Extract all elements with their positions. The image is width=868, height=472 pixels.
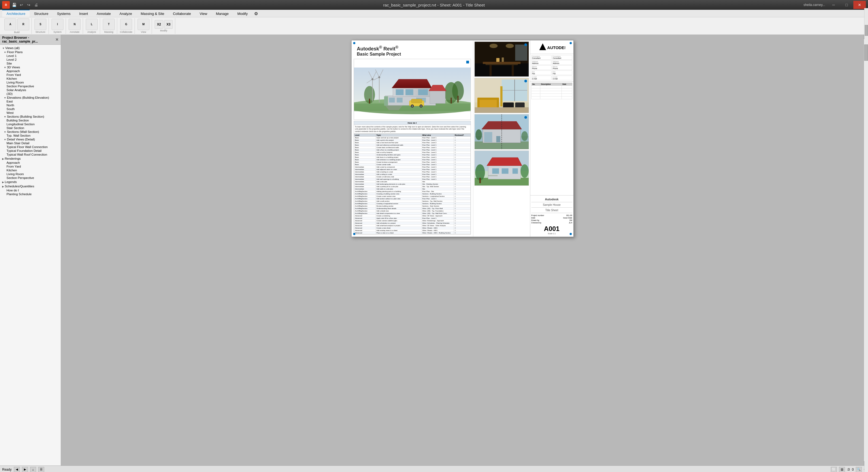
ribbon-door-btn[interactable]: R (18, 19, 29, 30)
tree-how-do-i[interactable]: How do I (0, 189, 61, 192)
tree-east[interactable]: East (0, 100, 61, 103)
tree-rendering-section-perspective[interactable]: Section Perspective (0, 176, 61, 180)
table-cell: Sections - Longitudinal Section (421, 195, 454, 198)
print-quick-btn[interactable]: 🖨 (33, 2, 39, 8)
tree-planting-schedule[interactable]: Planting Schedule (0, 192, 61, 196)
tree-detail-views[interactable]: Detail Views (Detail) (0, 137, 61, 141)
tb-address-val: Address Address (552, 60, 572, 65)
tree-south[interactable]: South (0, 107, 61, 111)
tree-kitchen[interactable]: Kitchen (0, 77, 61, 80)
tab-insert[interactable]: Insert (75, 10, 93, 17)
ribbon-collaborate-btn[interactable]: G (120, 19, 132, 30)
table-cell: Intermediate (354, 188, 375, 190)
ribbon-structure-btn[interactable]: S (34, 19, 46, 30)
ribbon-massing-btn[interactable]: T (103, 19, 115, 30)
undo-quick-btn[interactable]: ↩ (18, 2, 25, 8)
tree-stair-section[interactable]: Stair Section (0, 126, 61, 130)
scroll-track[interactable] (864, 39, 868, 461)
nav-next-btn[interactable]: ▶ (22, 467, 28, 472)
tree-level2[interactable]: Level 2 (0, 58, 61, 62)
autodesk-logo: AUTODESK (538, 42, 565, 52)
tab-architecture[interactable]: Architecture (2, 10, 30, 17)
tree-solar-analysis[interactable]: Solar Analysis (0, 88, 61, 92)
table-row: AdvancedAdd existing views to a sheetOth… (354, 229, 470, 232)
pb-close-btn[interactable]: ✕ (55, 37, 59, 42)
tree-floor-plans[interactable]: Floor Plans (0, 50, 61, 54)
tree-views-all[interactable]: Views (all) (0, 46, 61, 50)
maximize-button[interactable]: □ (840, 1, 853, 9)
ribbon-x3-btn[interactable]: X3 (164, 20, 173, 29)
tree-west[interactable]: West (0, 111, 61, 115)
tree-typical-floor-wall[interactable]: Typical Floor Wall Connection (0, 145, 61, 149)
tree-typical-foundation[interactable]: Typical Foundation Detail (0, 149, 61, 153)
tree-legends[interactable]: Legends (0, 180, 61, 184)
thumb-nav-dot-2[interactable] (524, 80, 527, 82)
right-scrollbar[interactable]: ▲ ▼ (864, 35, 868, 466)
tree-schedules[interactable]: Schedules/Quantities (0, 184, 61, 189)
nav-prev-btn[interactable]: ◀ (14, 467, 20, 472)
tb-drawn-label: Drawn by (531, 219, 539, 221)
table-cell: Basic (354, 154, 375, 156)
ribbon-view-btn[interactable]: M (137, 19, 150, 30)
tree-elevations[interactable]: Elevations (Building Elevation) (0, 96, 61, 100)
nav-home-btn[interactable]: ⌂ (30, 467, 36, 472)
tree-sections-wall[interactable]: Sections (Wall Section) (0, 130, 61, 134)
table-row: BasicAdd and reference architectural wal… (354, 144, 470, 146)
revision-table: No. Description Date (531, 83, 572, 99)
thumb-nav-dot-3[interactable] (524, 116, 527, 119)
svg-rect-78 (501, 168, 508, 174)
tree-north[interactable]: North (0, 103, 61, 107)
tree-typ-wall-section[interactable]: Typ. Wall Section (0, 134, 61, 137)
tree-rendering-kitchen[interactable]: Kitchen (0, 168, 61, 172)
tab-manage[interactable]: Manage (212, 10, 233, 17)
tab-view[interactable]: View (195, 10, 212, 17)
ribbon-analyze-btn[interactable]: L (86, 19, 98, 30)
tab-options[interactable]: ⚙ (252, 10, 260, 17)
view-detail-btn[interactable]: ⬜ (831, 467, 837, 472)
render-nav-dot[interactable] (466, 61, 469, 63)
tree-sections-building[interactable]: Sections (Building Section) (0, 115, 61, 119)
tab-collaborate[interactable]: Collaborate (168, 10, 195, 17)
table-cell: Basic (354, 146, 375, 149)
ribbon-x2-btn[interactable]: X2 (155, 20, 163, 29)
save-quick-btn[interactable]: 💾 (11, 2, 18, 8)
tab-massing-site[interactable]: Massing & Site (136, 10, 169, 17)
close-button[interactable]: ✕ (854, 1, 866, 9)
minimize-button[interactable]: ─ (827, 1, 840, 9)
tree-level1[interactable]: Level 1 (0, 54, 61, 58)
tree-site[interactable]: Site (0, 62, 61, 65)
tree-rendering-from-yard[interactable]: From Yard (0, 165, 61, 168)
tree-3d[interactable]: (3D) (0, 92, 61, 96)
tree-rendering-approach[interactable]: Approach (0, 161, 61, 165)
tree-living-room[interactable]: Living Room (0, 80, 61, 84)
ribbon-annotate-btn[interactable]: N (69, 19, 81, 30)
tree-main-stair-detail[interactable]: Main Stair Detail (0, 141, 61, 145)
tab-annotate[interactable]: Annotate (92, 10, 115, 17)
ribbon-group-analyze: L Analyze (84, 18, 100, 34)
tree-rendering-living-room[interactable]: Living Room (0, 172, 61, 176)
tree-3d-views[interactable]: 3D Views (0, 65, 61, 69)
rev-row-5 (531, 97, 572, 99)
canvas-area[interactable]: Autodesk® Revit® Basic Sample Project (61, 35, 864, 466)
tree-renderings[interactable]: Renderings (0, 157, 61, 161)
tree-building-section[interactable]: Building Section (0, 119, 61, 122)
tree-from-yard[interactable]: From Yard (0, 73, 61, 77)
tree-typical-wall-roof[interactable]: Typical Wall Roof Connection (0, 153, 61, 157)
ribbon-wall-btn[interactable]: A (4, 19, 16, 30)
thumb-living-svg (475, 78, 529, 113)
tab-analyze[interactable]: Analyze (115, 10, 136, 17)
tree-approach[interactable]: Approach (0, 69, 61, 73)
ribbon-system-btn[interactable]: I (52, 19, 63, 30)
view-thin-btn[interactable]: ▥ (839, 467, 845, 472)
table-cell: □ (454, 232, 470, 234)
redo-quick-btn[interactable]: ↪ (26, 2, 32, 8)
nav-list-btn[interactable]: ☰ (38, 467, 44, 472)
tab-systems[interactable]: Systems (53, 10, 75, 17)
scroll-thumb[interactable] (864, 44, 868, 61)
zoom-btn[interactable]: 🔍 (856, 467, 862, 472)
tab-modify[interactable]: Modify (233, 10, 252, 17)
tab-structure[interactable]: Structure (30, 10, 53, 17)
tree-section-perspective[interactable]: Section Perspective (0, 84, 61, 88)
tree-longitudinal-section[interactable]: Longitudinal Section (0, 122, 61, 126)
thumb-nav-dot-1[interactable] (524, 43, 527, 46)
